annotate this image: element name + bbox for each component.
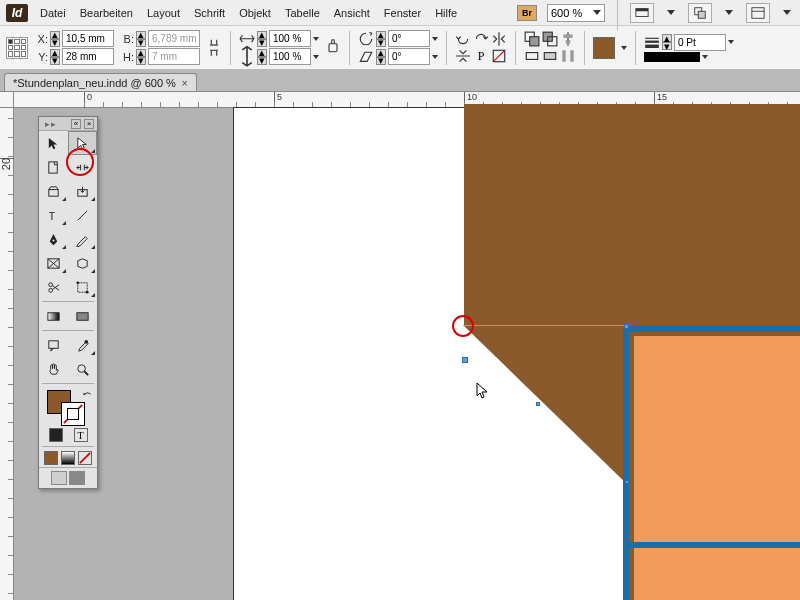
stroke-color[interactable] [61, 402, 85, 426]
scale-x-input[interactable] [270, 33, 310, 44]
canvas[interactable] [14, 108, 800, 600]
hand-tool[interactable] [39, 357, 68, 381]
y-spinner[interactable]: ▴▾ [50, 49, 60, 65]
x-input[interactable] [63, 33, 113, 44]
pencil-tool[interactable] [68, 227, 97, 251]
menu-ansicht[interactable]: Ansicht [334, 7, 370, 19]
align-icon[interactable] [560, 31, 576, 47]
anchor-handle[interactable] [536, 402, 540, 406]
tab-close-icon[interactable]: × [182, 78, 188, 89]
select-content-icon[interactable] [542, 31, 558, 47]
format-container-icon[interactable] [44, 451, 58, 465]
brown-rectangle[interactable] [464, 104, 800, 326]
clear-transform-icon[interactable] [491, 48, 507, 64]
apply-color-icon[interactable] [49, 428, 63, 442]
selection-tool[interactable] [39, 131, 68, 155]
menu-tabelle[interactable]: Tabelle [285, 7, 320, 19]
panel-header[interactable]: ▸▸ « × [39, 117, 97, 131]
scalex-spinner[interactable]: ▴▾ [257, 31, 267, 47]
rotate-cw-icon[interactable] [455, 31, 471, 47]
select-container-icon[interactable] [524, 31, 540, 47]
constrain-scale-icon[interactable] [325, 40, 341, 56]
vertical-ruler[interactable]: 20 [0, 108, 14, 600]
anchor-handle[interactable] [625, 480, 629, 484]
constrain-icon[interactable] [206, 40, 222, 56]
scissors-tool[interactable] [39, 275, 68, 299]
line-tool[interactable] [68, 203, 97, 227]
scaley-spinner[interactable]: ▴▾ [257, 49, 267, 65]
direct-selection-tool[interactable] [68, 131, 97, 155]
h-input[interactable] [149, 51, 199, 62]
menu-objekt[interactable]: Objekt [239, 7, 271, 19]
grip-icon[interactable]: ▸▸ [45, 119, 57, 129]
type-tool[interactable]: T [39, 203, 68, 227]
gradient-swatch-tool[interactable] [39, 304, 68, 328]
page-tool[interactable] [39, 155, 68, 179]
menu-hilfe[interactable]: Hilfe [435, 7, 457, 19]
apply-gradient-icon[interactable] [61, 451, 75, 465]
workspace-button[interactable] [746, 3, 770, 23]
reference-point[interactable] [6, 37, 28, 59]
w-input[interactable] [149, 33, 199, 44]
dropdown-icon[interactable] [783, 10, 791, 15]
flip-v-icon[interactable] [455, 48, 471, 64]
rotate-input[interactable] [389, 33, 429, 44]
shear-input[interactable] [389, 51, 429, 62]
h-spinner[interactable]: ▴▾ [136, 49, 146, 65]
content-collector-tool[interactable] [39, 179, 68, 203]
dropdown-icon[interactable] [621, 46, 627, 50]
close-icon[interactable]: × [84, 119, 94, 129]
menu-bearbeiten[interactable]: Bearbeiten [80, 7, 133, 19]
y-input[interactable] [63, 51, 113, 62]
anchor-handle[interactable] [624, 324, 629, 329]
gap-tool[interactable] [68, 155, 97, 179]
note-tool[interactable] [39, 333, 68, 357]
zoom-tool[interactable] [68, 357, 97, 381]
apply-text-icon[interactable]: T [74, 428, 88, 442]
svg-rect-17 [544, 53, 555, 60]
menu-layout[interactable]: Layout [147, 7, 180, 19]
dropdown-icon[interactable] [593, 10, 601, 15]
screen-mode-button[interactable] [630, 3, 654, 23]
w-spinner[interactable]: ▴▾ [136, 31, 146, 47]
flip-h-icon[interactable] [491, 31, 507, 47]
ruler-corner [0, 92, 14, 108]
normal-mode-icon[interactable] [51, 471, 67, 485]
free-transform-tool[interactable] [68, 275, 97, 299]
fill-stroke-proxy[interactable]: ⤺ [39, 386, 97, 426]
menu-fenster[interactable]: Fenster [384, 7, 421, 19]
distribute-icon[interactable] [560, 48, 576, 64]
stroke-style[interactable] [644, 52, 700, 62]
tools-panel[interactable]: ▸▸ « × T ⤺ T [38, 116, 98, 489]
menu-schrift[interactable]: Schrift [194, 7, 225, 19]
x-spinner[interactable]: ▴▾ [50, 31, 60, 47]
eyedropper-tool[interactable] [68, 333, 97, 357]
select-next-icon[interactable] [542, 48, 558, 64]
pen-tool[interactable] [39, 227, 68, 251]
rectangle-tool[interactable] [68, 251, 97, 275]
menu-datei[interactable]: Datei [40, 7, 66, 19]
p-icon[interactable]: P [473, 48, 489, 64]
brown-triangle[interactable] [464, 326, 629, 486]
content-placer-tool[interactable] [68, 179, 97, 203]
scale-y-input[interactable] [270, 51, 310, 62]
document-tab[interactable]: *Stundenplan_neu.indd @ 600 % × [4, 73, 197, 91]
preview-mode-icon[interactable] [69, 471, 85, 485]
gradient-feather-tool[interactable] [68, 304, 97, 328]
apply-none-icon[interactable] [78, 451, 92, 465]
select-prev-icon[interactable] [524, 48, 540, 64]
dropdown-icon[interactable] [667, 10, 675, 15]
rectangle-frame-tool[interactable] [39, 251, 68, 275]
rotate-ccw-icon[interactable] [473, 31, 489, 47]
collapse-icon[interactable]: « [71, 119, 81, 129]
anchor-handle[interactable] [462, 357, 468, 363]
zoom-input[interactable] [548, 7, 590, 19]
arrange-button[interactable] [688, 3, 712, 23]
swap-fill-stroke-icon[interactable]: ⤺ [83, 388, 91, 399]
zoom-level[interactable] [547, 4, 605, 22]
stroke-weight-input[interactable] [675, 37, 725, 48]
svg-rect-39 [49, 340, 58, 348]
dropdown-icon[interactable] [725, 10, 733, 15]
fill-swatch[interactable] [593, 37, 615, 59]
bridge-badge[interactable]: Br [517, 5, 537, 21]
